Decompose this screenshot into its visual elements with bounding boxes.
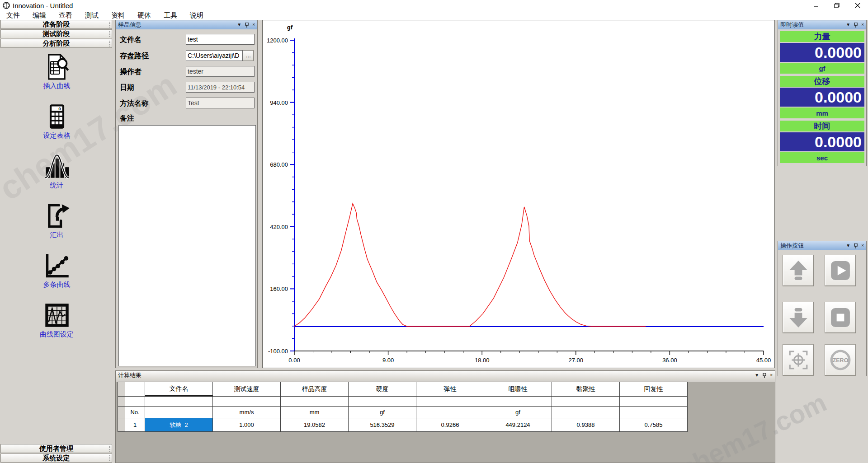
save-path-input[interactable]: [186, 50, 243, 61]
svg-text:1200.00: 1200.00: [267, 37, 288, 44]
svg-text:940.00: 940.00: [270, 99, 288, 106]
stop-icon: [830, 307, 851, 328]
col-header-test-speed[interactable]: 测试速度: [213, 382, 281, 397]
start-button[interactable]: [825, 255, 856, 286]
pin-icon[interactable]: [854, 243, 858, 248]
svg-text:0: 0: [58, 106, 61, 111]
tool-export[interactable]: 汇出: [0, 202, 113, 248]
spacer-cell: [349, 397, 416, 407]
zero-button[interactable]: ZERO: [825, 344, 856, 376]
browse-button[interactable]: ...: [243, 50, 254, 61]
test-speed-cell[interactable]: 1.000: [213, 418, 281, 432]
spacer-cell: [213, 397, 281, 407]
col-header-hardness[interactable]: 硬度: [349, 382, 416, 397]
tool-statistics[interactable]: 统计: [0, 153, 113, 199]
dropdown-icon[interactable]: ▼: [846, 243, 850, 248]
tool-chart-settings[interactable]: 曲线图设定: [0, 302, 113, 348]
menu-edit[interactable]: 编辑: [26, 11, 52, 20]
stage-test-label: 测试阶段: [43, 30, 70, 38]
jog-up-button[interactable]: [783, 255, 814, 286]
row-handle[interactable]: [118, 418, 125, 432]
svg-text:680.00: 680.00: [270, 161, 288, 168]
sample-height-cell[interactable]: 19.0582: [281, 418, 349, 432]
close-button[interactable]: [847, 0, 868, 11]
dropdown-icon[interactable]: ▼: [237, 23, 241, 27]
operator-input: [186, 66, 255, 77]
spacer-cell: [416, 397, 484, 407]
results-body: 文件名 测试速度 样品高度 硬度 弹性 咀嚼性 黏聚性 回复性: [116, 380, 775, 463]
stop-button[interactable]: [825, 302, 856, 333]
unit-cell: [416, 407, 484, 418]
spacer-cell: [620, 397, 688, 407]
stage-prepare[interactable]: 准备阶段: [0, 20, 112, 29]
minimize-button[interactable]: [806, 0, 826, 11]
operation-buttons-title: 操作按钮: [780, 242, 846, 250]
system-settings-bar[interactable]: 系统设定: [0, 454, 112, 463]
user-management-label: 使用者管理: [39, 444, 73, 453]
pin-icon[interactable]: [854, 23, 858, 28]
jog-down-button[interactable]: [783, 302, 814, 333]
menu-hardware[interactable]: 硬体: [131, 11, 157, 20]
menu-tools[interactable]: 工具: [157, 11, 184, 20]
svg-text:sec: sec: [755, 365, 764, 368]
time-value: 0.0000: [780, 132, 864, 151]
arrow-down-icon: [788, 307, 809, 328]
filename-cell-selected[interactable]: 软糖_2: [145, 418, 213, 432]
col-header-chewiness[interactable]: 咀嚼性: [484, 382, 552, 397]
cohesiveness-cell[interactable]: 0.9388: [552, 418, 620, 432]
row-number-cell[interactable]: 1: [125, 418, 145, 432]
arrow-up-icon: [788, 260, 809, 281]
hardness-cell[interactable]: 516.3529: [349, 418, 416, 432]
close-icon[interactable]: ×: [252, 23, 255, 27]
spacer-cell: [145, 397, 213, 407]
col-header-cohesiveness[interactable]: 黏聚性: [552, 382, 620, 397]
tool-insert-curve[interactable]: 插入曲线: [0, 53, 113, 99]
user-management-bar[interactable]: 使用者管理: [0, 444, 112, 453]
menu-help[interactable]: 说明: [184, 11, 210, 20]
pin-icon[interactable]: [245, 23, 249, 28]
unit-cell: [552, 407, 620, 418]
tool-multi-curve[interactable]: 多条曲线: [0, 252, 113, 298]
operation-buttons-header: 操作按钮 ▼ ×: [778, 241, 866, 250]
displacement-label: 位移: [780, 76, 864, 87]
menu-test[interactable]: 测试: [79, 11, 105, 20]
springiness-cell[interactable]: 0.9266: [416, 418, 484, 432]
close-icon[interactable]: ×: [861, 243, 864, 248]
dropdown-icon[interactable]: ▼: [755, 373, 759, 378]
application-window: Innovation - Untitled 文件 编辑 查看 测试 资料 硬体 …: [0, 0, 868, 463]
tool-table-setup[interactable]: 0 设定表格: [0, 103, 113, 149]
results-panel: 计算结果 ▼ × 文件名 测试速度 样品高度 硬度 弹性 咀嚼性 黏聚性 回复性: [115, 370, 775, 463]
col-header-sample-height[interactable]: 样品高度: [281, 382, 349, 397]
tool-table-setup-label: 设定表格: [0, 131, 113, 140]
filename-input[interactable]: [186, 34, 255, 45]
sample-info-title: 样品信息: [118, 21, 237, 29]
time-label: 时间: [780, 121, 864, 131]
notes-textarea[interactable]: [118, 125, 256, 366]
dropdown-icon[interactable]: ▼: [846, 23, 850, 27]
filename-label: 文件名: [120, 35, 142, 45]
stage-analysis[interactable]: 分析阶段: [0, 39, 112, 48]
realtime-readings-panel: 即时读值 ▼ × 力量 0.0000 gf 位移 0.0000 mm 时间 0.…: [778, 20, 867, 166]
date-input: [186, 82, 255, 93]
resilience-cell[interactable]: 0.7585: [620, 418, 688, 432]
close-icon[interactable]: ×: [770, 373, 773, 378]
no-header-cell: No.: [125, 407, 145, 418]
menu-file[interactable]: 文件: [0, 11, 26, 20]
svg-text:9.00: 9.00: [382, 357, 394, 364]
stage-test[interactable]: 测试阶段: [0, 29, 112, 38]
unit-cell: mm/s: [213, 407, 281, 418]
menu-view[interactable]: 查看: [52, 11, 79, 20]
close-icon[interactable]: ×: [861, 23, 864, 27]
restore-button[interactable]: [826, 0, 847, 11]
force-value: 0.0000: [780, 43, 864, 62]
pin-icon[interactable]: [763, 373, 766, 378]
chewiness-cell[interactable]: 449.2124: [484, 418, 552, 432]
menu-data[interactable]: 资料: [105, 11, 131, 20]
col-header-springiness[interactable]: 弹性: [416, 382, 484, 397]
time-unit: sec: [780, 152, 864, 163]
col-header-resilience[interactable]: 回复性: [620, 382, 688, 397]
stage-prepare-label: 准备阶段: [43, 20, 70, 29]
notes-label: 备注: [120, 114, 134, 123]
target-button[interactable]: [783, 344, 814, 376]
col-header-filename[interactable]: 文件名: [145, 382, 213, 397]
